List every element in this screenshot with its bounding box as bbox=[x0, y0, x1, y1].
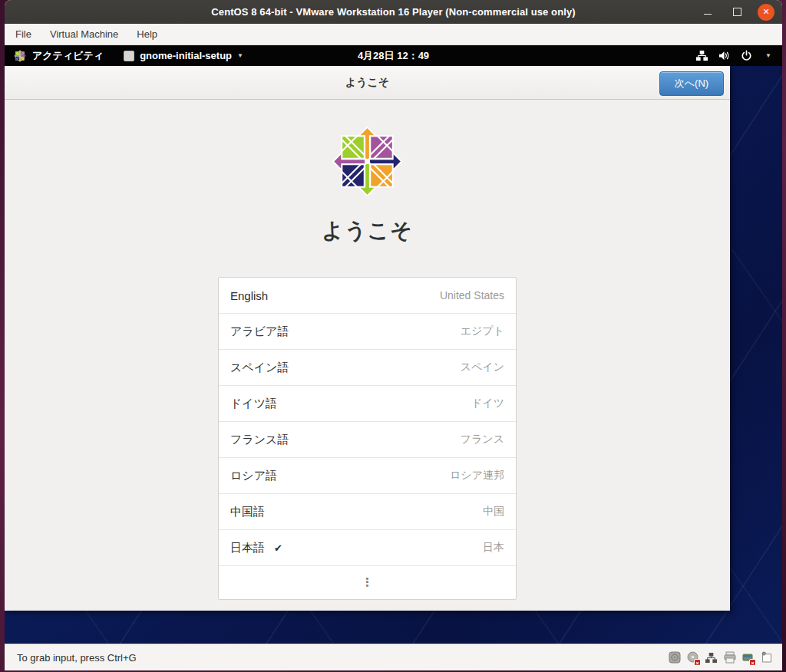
language-list: English United States アラビア語 エジプト スペイン語 ス… bbox=[218, 277, 517, 600]
gnome-top-bar: アクティビティ gnome-initial-setup ▼ 4月28日 12：4… bbox=[5, 45, 782, 66]
window-title: CentOS 8 64-bit - VMware Workstation 16 … bbox=[5, 6, 782, 18]
app-menu-label: gnome-initial-setup bbox=[140, 50, 232, 61]
chevron-down-icon[interactable]: ▼ bbox=[762, 50, 774, 62]
language-row-chinese[interactable]: 中国語 中国 bbox=[219, 494, 516, 530]
disconnected-badge: × bbox=[694, 659, 701, 666]
language-row-arabic[interactable]: アラビア語 エジプト bbox=[219, 314, 516, 350]
status-bar: To grab input, press Ctrl+G × × bbox=[5, 644, 782, 670]
menu-bar: File Virtual Machine Help bbox=[5, 24, 782, 45]
activities-button[interactable]: アクティビティ bbox=[14, 49, 104, 63]
activities-label: アクティビティ bbox=[32, 49, 104, 63]
cd-drive-icon[interactable]: × bbox=[686, 651, 699, 664]
sound-card-icon[interactable]: × bbox=[741, 651, 755, 664]
app-menu-button[interactable]: gnome-initial-setup ▼ bbox=[124, 50, 243, 61]
clock-label[interactable]: 4月28日 12：49 bbox=[358, 50, 429, 61]
device-status-icons: × × bbox=[668, 651, 773, 664]
menu-virtual-machine[interactable]: Virtual Machine bbox=[50, 28, 118, 40]
network-wired-icon[interactable] bbox=[695, 50, 708, 62]
vmware-player-window: CentOS 8 64-bit - VMware Workstation 16 … bbox=[5, 0, 782, 670]
welcome-heading: ようこそ bbox=[322, 216, 413, 245]
selected-check-icon: ✔ bbox=[274, 542, 282, 554]
language-row-japanese[interactable]: 日本語 ✔ 日本 bbox=[219, 530, 516, 566]
initial-setup-window: ようこそ 次へ(N) bbox=[5, 66, 730, 611]
power-icon[interactable] bbox=[740, 50, 752, 62]
more-languages-button[interactable]: ⋮ bbox=[219, 566, 516, 599]
next-button[interactable]: 次へ(N) bbox=[659, 71, 724, 96]
language-row-english[interactable]: English United States bbox=[219, 278, 516, 314]
chevron-down-icon: ▼ bbox=[237, 53, 243, 59]
language-row-german[interactable]: ドイツ語 ドイツ bbox=[219, 386, 516, 422]
maximize-button[interactable] bbox=[728, 4, 745, 21]
minimize-button[interactable] bbox=[699, 4, 716, 21]
maximize-icon bbox=[733, 8, 741, 16]
window-icon bbox=[124, 51, 134, 61]
disconnected-badge: × bbox=[749, 659, 756, 666]
system-status-area[interactable]: ▼ bbox=[695, 45, 774, 66]
close-icon: ✕ bbox=[762, 7, 769, 17]
hard-disk-icon[interactable] bbox=[668, 651, 681, 664]
printer-icon[interactable] bbox=[723, 651, 736, 664]
minimize-icon bbox=[704, 14, 712, 15]
title-bar[interactable]: CentOS 8 64-bit - VMware Workstation 16 … bbox=[5, 0, 782, 24]
centos-mini-logo-icon bbox=[14, 50, 26, 62]
menu-help[interactable]: Help bbox=[137, 28, 157, 40]
guest-console: アクティビティ gnome-initial-setup ▼ 4月28日 12：4… bbox=[5, 45, 782, 644]
notes-icon[interactable] bbox=[760, 651, 773, 664]
grab-input-hint: To grab input, press Ctrl+G bbox=[17, 652, 137, 664]
volume-icon[interactable] bbox=[718, 50, 730, 62]
language-row-russian[interactable]: ロシア語 ロシア連邦 bbox=[219, 458, 516, 494]
close-button[interactable]: ✕ bbox=[758, 4, 774, 21]
network-adapter-icon[interactable] bbox=[705, 651, 718, 664]
language-row-spanish[interactable]: スペイン語 スペイン bbox=[219, 350, 516, 386]
setup-body: ようこそ English United States アラビア語 エジプト スペ… bbox=[5, 100, 730, 611]
ellipsis-icon: ⋮ bbox=[362, 579, 373, 585]
centos-logo bbox=[331, 125, 404, 198]
language-row-french[interactable]: フランス語 フランス bbox=[219, 422, 516, 458]
setup-header-bar: ようこそ 次へ(N) bbox=[5, 66, 730, 100]
setup-header-title: ようこそ bbox=[345, 76, 389, 90]
menu-file[interactable]: File bbox=[15, 28, 31, 40]
